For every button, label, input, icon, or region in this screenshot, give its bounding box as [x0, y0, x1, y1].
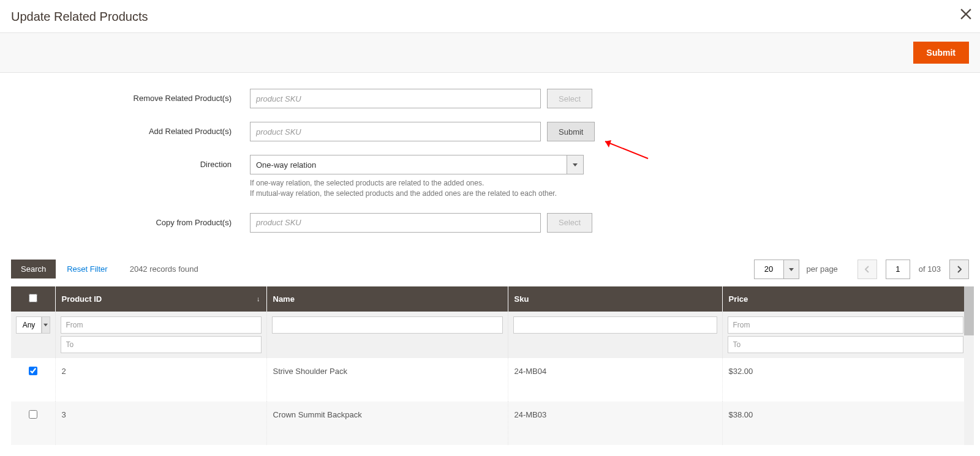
row-checkbox[interactable] [29, 410, 37, 419]
pager-next-button[interactable] [949, 260, 969, 279]
pager-of-text: of 103 [919, 264, 941, 274]
remove-related-select-button[interactable]: Select [547, 89, 592, 108]
sort-desc-icon: ↓ [257, 295, 260, 302]
direction-label: Direction [11, 155, 250, 169]
filter-checkbox-select[interactable] [16, 316, 50, 334]
page-title: Update Related Products [0, 0, 980, 32]
annotation-arrow [600, 139, 649, 160]
copy-from-select-button[interactable]: Select [547, 213, 592, 233]
svg-marker-5 [789, 268, 794, 271]
chevron-down-icon[interactable] [567, 155, 584, 174]
chevron-down-icon[interactable] [783, 260, 799, 279]
col-price-header[interactable]: Price [722, 286, 969, 312]
col-checkbox-header[interactable] [11, 286, 55, 312]
remove-related-input[interactable] [250, 89, 541, 108]
action-bar: Submit [0, 32, 980, 73]
filter-row [11, 312, 969, 358]
search-button[interactable]: Search [11, 260, 56, 278]
row-checkbox[interactable] [29, 367, 37, 375]
cell-price: $32.00 [722, 358, 969, 402]
select-all-checkbox[interactable] [29, 294, 37, 302]
direction-select[interactable]: One-way relation [250, 155, 584, 174]
cell-product-id: 2 [55, 358, 266, 402]
reset-filter-link[interactable]: Reset Filter [67, 264, 107, 274]
direction-value: One-way relation [250, 155, 567, 174]
col-sku-header[interactable]: Sku [508, 286, 722, 312]
per-page-label: per page [807, 264, 838, 274]
submit-button[interactable]: Submit [913, 42, 969, 64]
filter-product-id-to[interactable] [61, 336, 262, 353]
add-related-submit-button[interactable]: Submit [547, 122, 595, 141]
table-row[interactable]: 2Strive Shoulder Pack24-MB04$32.00 [11, 358, 969, 402]
per-page-input[interactable] [754, 260, 783, 279]
copy-from-label: Copy from Product(s) [11, 213, 250, 227]
cell-sku: 24-MB03 [508, 402, 722, 445]
cell-product-id: 3 [55, 402, 266, 445]
cell-price: $38.00 [722, 402, 969, 445]
filter-name-input[interactable] [272, 316, 503, 334]
grid: Product ID ↓ Name Sku Price [11, 286, 969, 445]
close-icon[interactable] [960, 9, 971, 23]
vertical-scrollbar[interactable] [964, 286, 974, 445]
filter-price-from[interactable] [728, 316, 964, 334]
form-area: Remove Related Product(s) Select Add Rel… [0, 73, 980, 242]
cell-sku: 24-MB04 [508, 358, 722, 402]
per-page-select[interactable] [754, 260, 799, 279]
filter-product-id-from[interactable] [61, 316, 262, 334]
filter-price-to[interactable] [728, 336, 964, 353]
col-name-header[interactable]: Name [266, 286, 508, 312]
chevron-down-icon[interactable] [42, 316, 50, 334]
filter-sku-input[interactable] [513, 316, 717, 334]
svg-marker-4 [573, 163, 578, 166]
add-related-input[interactable] [250, 122, 541, 141]
pager-prev-button[interactable] [858, 260, 877, 279]
col-product-id-header[interactable]: Product ID ↓ [55, 286, 266, 312]
add-related-label: Add Related Product(s) [11, 122, 250, 136]
table-row[interactable]: 3Crown Summit Backpack24-MB03$38.00 [11, 402, 969, 445]
records-found-text: 2042 records found [130, 264, 198, 274]
pager-page-input[interactable] [886, 260, 910, 279]
remove-related-label: Remove Related Product(s) [11, 89, 250, 103]
copy-from-input[interactable] [250, 213, 541, 233]
cell-name: Crown Summit Backpack [266, 402, 508, 445]
grid-controls: Search Reset Filter 2042 records found p… [0, 260, 980, 279]
svg-marker-6 [43, 324, 48, 326]
cell-name: Strive Shoulder Pack [266, 358, 508, 402]
direction-help-text: If one-way relation, the selected produc… [250, 178, 557, 200]
svg-line-2 [605, 141, 648, 159]
